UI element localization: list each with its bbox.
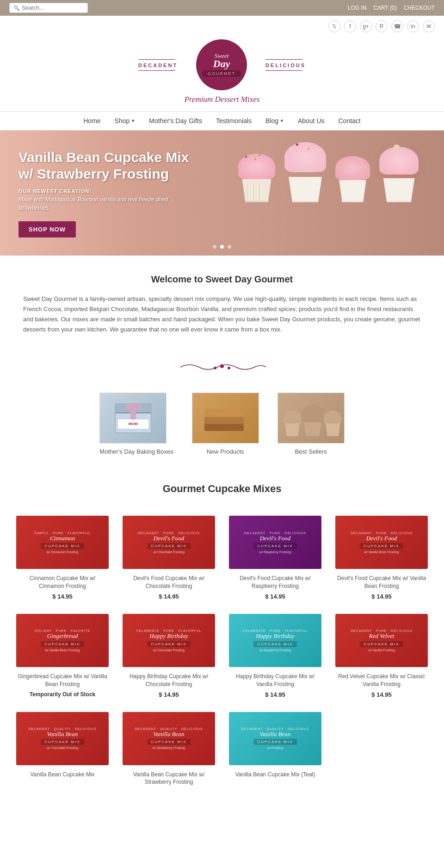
product-vanilla-teal-img: DECADENT · QUALITY · DELICIOUS Vanilla B… [229, 712, 321, 765]
product-cinnamon-price: $ 14.95 [16, 593, 109, 600]
nav-testimonials[interactable]: Testimonials [216, 117, 252, 125]
search-input[interactable] [22, 5, 86, 11]
product-birthday-chocolate[interactable]: CELEBRATE · PURE · FLAVORFUL Happy Birth… [116, 607, 222, 705]
facebook-icon[interactable]: f [344, 20, 356, 32]
new-products-image [192, 393, 259, 443]
product-cinnamon-name: Cinnamon Cupcake Mix w/ Cinnamon Frostin… [16, 575, 109, 590]
product-red-velvet-price: $ 14.95 [335, 691, 428, 698]
product-devils-vanilla-price: $ 14.95 [335, 593, 428, 600]
product-red-velvet-name: Red Velvet Cupcake Mix w/ Classic Vanill… [335, 673, 428, 688]
best-sellers-label: Best Sellers [278, 448, 345, 455]
product-vanilla-strawberry[interactable]: DECADENT · QUALITY · DELICIOUS Vanilla B… [116, 705, 222, 796]
mothers-day-label: Mother's Day Baking Boxes [99, 448, 173, 455]
nav-mothers-day-gifts[interactable]: Mother's Day Gifts [149, 117, 202, 125]
category-new-products[interactable]: New Products [192, 393, 259, 455]
category-mothers-day[interactable]: MOM Mother's Day Baking Boxes [99, 393, 173, 455]
product-empty-slot [328, 705, 435, 796]
tagline: Premium Dessert Mixes [0, 93, 444, 111]
linkedin-icon[interactable]: in [407, 20, 419, 32]
product-birthday-vanilla-price: $ 14.95 [229, 691, 321, 698]
social-bar: 𝕏 f g+ P ☎ in ✉ [0, 16, 444, 35]
logo-brand-main: Day [213, 59, 230, 69]
search-icon: 🔍 [13, 5, 20, 11]
instagram-icon[interactable]: ☎ [391, 20, 403, 32]
mothers-day-image: MOM [99, 393, 166, 443]
product-birthday-vanilla[interactable]: CELEBRATE · PURE · FLAVORFUL Happy Birth… [222, 607, 328, 705]
product-devils-vanilla-name: Devil's Food Cupcake Mix w/ Vanilla Bean… [335, 575, 428, 590]
product-cinnamon[interactable]: SIMPLY · PURE · FLAVORFUL Cinnamon CUPCA… [9, 509, 116, 607]
twitter-icon[interactable]: 𝕏 [328, 20, 340, 32]
hero-dots [213, 245, 231, 249]
hero-dot-1[interactable] [213, 245, 216, 249]
product-birthday-chocolate-img: CELEBRATE · PURE · FLAVORFUL Happy Birth… [123, 614, 215, 667]
hero-dot-2[interactable] [220, 245, 224, 249]
product-birthday-chocolate-name: Happy Birthday Cupcake Mix w/ Chocolate … [123, 673, 215, 688]
welcome-heading: Welcome to Sweet Day Gourmet [23, 274, 421, 285]
pinterest-icon[interactable]: P [376, 20, 388, 32]
decorative-divider [0, 353, 444, 383]
welcome-section: Welcome to Sweet Day Gourmet Sweet Day G… [0, 256, 444, 353]
top-links: LOG IN CART (0) CHECKOUT [348, 5, 435, 11]
product-red-velvet-img: DECADENT · PURE · DELICIOUS Red Velvet C… [335, 614, 428, 667]
product-vanilla-chocolate-img: DECADENT · QUALITY · DELICIOUS Vanilla B… [16, 712, 109, 765]
svg-point-1 [214, 367, 216, 369]
category-best-sellers[interactable]: Best Sellers [278, 393, 345, 455]
logo-circle[interactable]: Sweet Day ·GOURMET· [196, 39, 247, 90]
product-devils-raspberry[interactable]: DECADENT · PURE · DELICIOUS Devil's Food… [222, 509, 328, 607]
product-devils-chocolate[interactable]: DECADENT · PURE · DELICIOUS Devil's Food… [116, 509, 222, 607]
products-grid: SIMPLY · PURE · FLAVORFUL Cinnamon CUPCA… [0, 509, 444, 607]
nav-shop[interactable]: Shop ▼ [115, 117, 136, 125]
product-birthday-vanilla-name: Happy Birthday Cupcake Mix w/ Vanilla Fr… [229, 673, 321, 688]
product-vanilla-strawberry-img: DECADENT · QUALITY · DELICIOUS Vanilla B… [123, 712, 215, 765]
googleplus-icon[interactable]: g+ [360, 20, 372, 32]
products-grid-row2: HOLIDAY · PURE · FAVORITE Gingerbread CU… [0, 607, 444, 705]
cart-link[interactable]: CART (0) [373, 5, 396, 11]
product-devils-vanilla[interactable]: DECADENT · PURE · DELICIOUS Devil's Food… [328, 509, 435, 607]
checkout-link[interactable]: CHECKOUT [404, 5, 435, 11]
product-devils-vanilla-img: DECADENT · PURE · DELICIOUS Devil's Food… [335, 516, 428, 569]
product-vanilla-chocolate-name: Vanilla Bean Cupcake Mix [16, 771, 109, 779]
log-in-link[interactable]: LOG IN [348, 5, 367, 11]
shop-chevron-icon: ▼ [131, 119, 135, 123]
logo-area: DECADENT Sweet Day ·GOURMET· DELICIOUS [0, 35, 444, 93]
cupcakes-section-heading: Gourmet Cupcake Mixes [0, 474, 444, 509]
product-devils-chocolate-img: DECADENT · PURE · DELICIOUS Devil's Food… [123, 516, 215, 569]
product-gingerbread-stock: Temporarily Out of Stock [16, 691, 109, 698]
product-cinnamon-img: SIMPLY · PURE · FLAVORFUL Cinnamon CUPCA… [16, 516, 109, 569]
best-sellers-image [278, 393, 345, 443]
nav-about-us[interactable]: About Us [298, 117, 325, 125]
search-box[interactable]: 🔍 [9, 3, 88, 13]
svg-point-0 [220, 364, 224, 368]
top-bar: 🔍 LOG IN CART (0) CHECKOUT [0, 0, 444, 16]
product-devils-chocolate-price: $ 14.95 [123, 593, 215, 600]
shop-now-button[interactable]: SHOP NOW [18, 221, 76, 237]
product-gingerbread[interactable]: HOLIDAY · PURE · FAVORITE Gingerbread CU… [9, 607, 116, 705]
product-vanilla-strawberry-name: Vanilla Bean Cupcake Mix w/ Strawberry F… [123, 771, 215, 787]
hero-banner: Vanilla Bean Cupcake Mix w/ Strawberry F… [0, 131, 444, 256]
blog-chevron-icon: ▼ [280, 119, 284, 123]
svg-point-2 [228, 367, 230, 369]
logo-delicious: DELICIOUS [265, 62, 306, 68]
product-vanilla-chocolate[interactable]: DECADENT · QUALITY · DELICIOUS Vanilla B… [9, 705, 116, 796]
nav-home[interactable]: Home [83, 117, 100, 125]
product-gingerbread-img: HOLIDAY · PURE · FAVORITE Gingerbread CU… [16, 614, 109, 667]
product-red-velvet[interactable]: DECADENT · PURE · DELICIOUS Red Velvet C… [328, 607, 435, 705]
product-devils-raspberry-price: $ 14.95 [229, 593, 321, 600]
product-devils-raspberry-img: DECADENT · PURE · DELICIOUS Devil's Food… [229, 516, 321, 569]
product-gingerbread-name: Gingerbread Cupcake Mix w/ Vanilla Bean … [16, 673, 109, 688]
hero-content: Vanilla Bean Cupcake Mix w/ Strawberry F… [0, 135, 208, 251]
nav-contact[interactable]: Contact [339, 117, 361, 125]
welcome-body: Sweet Day Gourmet is a family-owned arti… [23, 294, 421, 335]
hero-dot-3[interactable] [228, 245, 231, 249]
hero-subtitle: OUR NEWEST CREATION! Made with Madagasca… [18, 187, 190, 212]
nav-blog[interactable]: Blog ▼ [265, 117, 284, 125]
email-icon[interactable]: ✉ [423, 20, 435, 32]
logo-gourmet-text: ·GOURMET· [202, 70, 241, 77]
product-devils-raspberry-name: Devil's Food Cupcake Mix w/ Raspberry Fr… [229, 575, 321, 590]
category-grid: MOM Mother's Day Baking Boxes New Produc… [0, 383, 444, 474]
product-devils-chocolate-name: Devil's Food Cupcake Mix w/ Chocolate Fr… [123, 575, 215, 590]
main-nav: Home Shop ▼ Mother's Day Gifts Testimoni… [0, 111, 444, 131]
products-grid-row3: DECADENT · QUALITY · DELICIOUS Vanilla B… [0, 705, 444, 796]
hero-title: Vanilla Bean Cupcake Mix w/ Strawberry F… [18, 149, 190, 182]
product-vanilla-teal[interactable]: DECADENT · QUALITY · DELICIOUS Vanilla B… [222, 705, 328, 796]
